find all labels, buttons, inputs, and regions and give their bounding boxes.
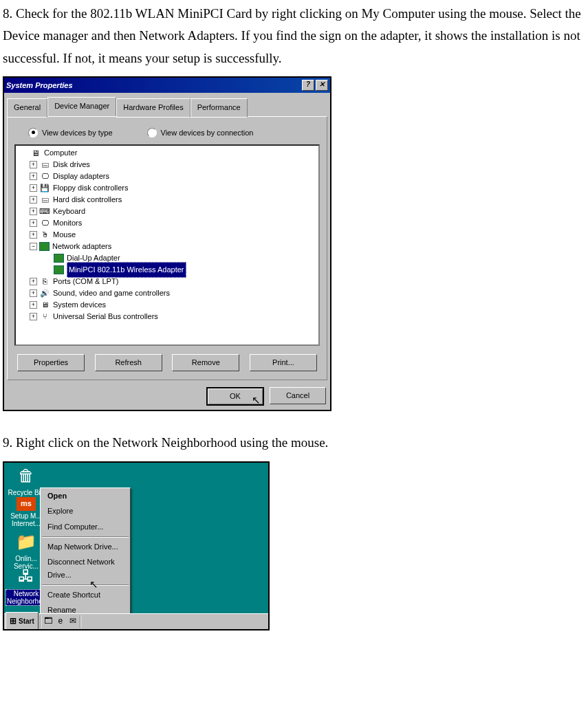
disk-icon [39, 160, 50, 171]
tree-sound[interactable]: +Sound, video and game controllers [17, 287, 318, 299]
windows-logo-icon: ⊞ [10, 614, 17, 628]
usb-icon [39, 311, 50, 322]
titlebar-text: System Properties [6, 79, 73, 92]
radio-by-type[interactable]: View devices by type [28, 127, 113, 140]
menu-map-drive[interactable]: Map Network Drive... [41, 539, 130, 555]
quicklaunch-ie-icon[interactable]: e [55, 616, 66, 627]
ports-icon [39, 276, 50, 287]
tree-system-devices[interactable]: +System devices [17, 299, 318, 311]
tree-hdd[interactable]: +Hard disk controllers [17, 194, 318, 206]
cancel-button[interactable]: Cancel [270, 387, 326, 404]
menu-explore[interactable]: Explore [41, 503, 130, 519]
start-button[interactable]: ⊞ Start [6, 612, 39, 630]
tree-usb[interactable]: +Universal Serial Bus controllers [17, 311, 318, 322]
tab-device-manager[interactable]: Device Manager [47, 97, 116, 116]
remove-button[interactable]: Remove [172, 354, 239, 371]
computer-icon [30, 148, 41, 159]
step8-text: 8. Check for the 802.11b WLAN MiniPCI Ca… [3, 3, 585, 69]
tab-strip: General Device Manager Hardware Profiles… [4, 93, 330, 116]
device-tree[interactable]: Computer +Disk drives +Display adapters … [14, 144, 320, 346]
radio-by-connection[interactable]: View devices by connection [147, 127, 254, 140]
refresh-button[interactable]: Refresh [95, 354, 162, 371]
tab-general[interactable]: General [7, 98, 47, 118]
help-button[interactable]: ? [302, 80, 314, 91]
floppy-icon [39, 183, 50, 194]
keyboard-icon [39, 206, 50, 217]
tree-monitors[interactable]: +Monitors [17, 217, 318, 229]
mouse-icon [39, 230, 50, 241]
tree-minipci[interactable]: MiniPCI 802.11b Wireless Adapter [17, 264, 318, 276]
network-adapter-icon [54, 265, 64, 274]
radio-by-connection-label: View devices by connection [161, 127, 254, 140]
taskbar: ⊞ Start 🗔 e ✉ [4, 613, 268, 629]
display-icon [39, 171, 50, 182]
system-icon [39, 300, 50, 311]
network-neighborhood-icon: 🖧 [15, 566, 37, 588]
tab-hardware-profiles[interactable]: Hardware Profiles [116, 98, 190, 118]
system-properties-dialog: System Properties ? ✕ General Device Man… [3, 76, 331, 411]
quicklaunch-outlook-icon[interactable]: ✉ [67, 616, 78, 627]
tree-floppy[interactable]: +Floppy disk controllers [17, 182, 318, 194]
titlebar: System Properties ? ✕ [4, 78, 330, 93]
quicklaunch-desktop-icon[interactable]: 🗔 [43, 616, 54, 627]
tree-display-adapters[interactable]: +Display adapters [17, 171, 318, 182]
hdd-icon [39, 195, 50, 206]
network-adapter-icon [54, 254, 64, 263]
menu-find-computer[interactable]: Find Computer... [41, 519, 130, 535]
desktop-screenshot: 🗑 Recycle Bin ms Setup M... Internet... … [3, 461, 270, 630]
tab-performance[interactable]: Performance [190, 98, 248, 118]
sound-icon [39, 288, 50, 299]
tree-keyboard[interactable]: +Keyboard [17, 206, 318, 217]
properties-button[interactable]: Properties [17, 354, 85, 371]
tree-computer[interactable]: Computer [17, 147, 318, 159]
monitor-icon [39, 218, 50, 229]
menu-disconnect-drive[interactable]: Disconnect Network Drive... [41, 554, 130, 582]
radio-by-type-label: View devices by type [42, 127, 113, 140]
tree-mouse[interactable]: +Mouse [17, 229, 318, 241]
context-menu: Open Explore Find Computer... Map Networ… [40, 487, 131, 630]
folder-icon: 📁 [15, 531, 37, 553]
ok-button[interactable]: OK [206, 387, 264, 406]
tree-disk-drives[interactable]: +Disk drives [17, 159, 318, 171]
tab-body: View devices by type View devices by con… [7, 116, 327, 381]
step9-text: 9. Right click on the Network Neighborho… [3, 432, 585, 454]
close-button[interactable]: ✕ [316, 80, 328, 91]
recycle-bin-icon: 🗑 [15, 465, 37, 487]
print-button[interactable]: Print... [250, 354, 317, 371]
menu-create-shortcut[interactable]: Create Shortcut [41, 587, 130, 603]
tree-network-adapters[interactable]: −Network adapters [17, 241, 318, 252]
menu-open[interactable]: Open [41, 488, 130, 504]
msn-icon: ms [17, 497, 36, 511]
network-icon [39, 242, 50, 251]
